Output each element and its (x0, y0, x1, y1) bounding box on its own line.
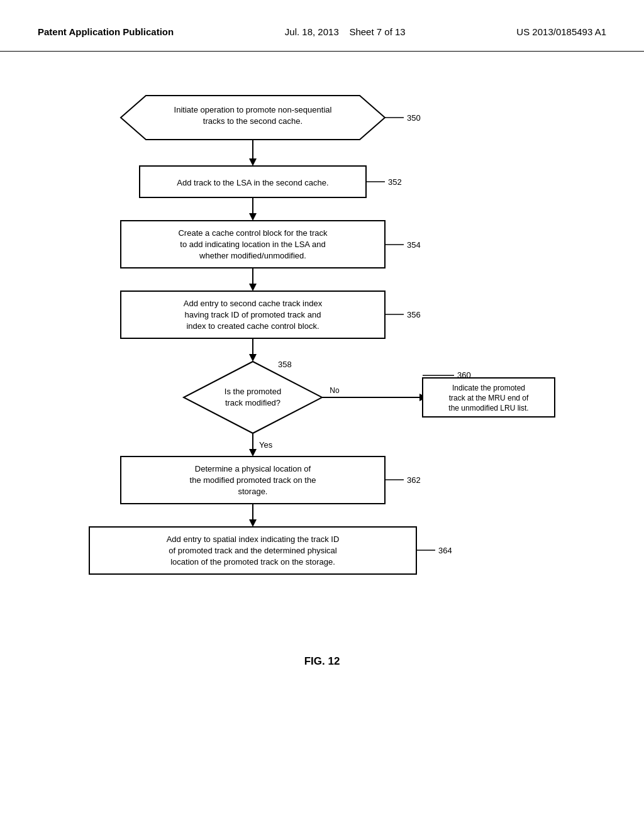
arrow-352-354-head (249, 213, 257, 221)
arrow-356-358-head (249, 354, 257, 362)
sheet-info: Jul. 18, 2013 Sheet 7 of 13 (285, 25, 406, 38)
node-364-line3: location of the promoted track on the st… (170, 557, 335, 567)
node-362-line2: the modified promoted track on the (190, 475, 316, 485)
node-356-line1: Add entry to second cache track index (184, 299, 323, 308)
node-358-shape (184, 362, 322, 433)
flowchart-svg: Initiate operation to promote non-sequen… (52, 77, 592, 643)
patent-number: US 2013/0185493 A1 (516, 25, 606, 38)
node-350-line2: tracks to the second cache. (203, 116, 303, 126)
node-352-ref: 352 (388, 177, 402, 187)
patent-number-text: US 2013/0185493 A1 (516, 26, 606, 37)
node-364-ref: 364 (438, 546, 452, 555)
sheet-text: Sheet 7 of 13 (349, 26, 405, 37)
no-label: No (330, 386, 340, 395)
arrow-354-356-head (249, 284, 257, 291)
node-350-line1: Initiate operation to promote non-sequen… (174, 105, 332, 114)
node-350-ref: 350 (407, 113, 421, 123)
node-356-line2: having track ID of promoted track and (185, 310, 321, 319)
node-354-line2: to add indicating location in the LSA an… (180, 240, 325, 249)
node-360-line1: Indicate the promoted (452, 384, 525, 392)
yes-label: Yes (259, 440, 273, 450)
figure-caption: FIG. 12 (304, 655, 340, 668)
arrow-362-364-head (249, 519, 257, 527)
node-362-line3: storage. (238, 487, 268, 496)
figure-title-text: FIG. 12 (304, 655, 340, 667)
node-354-line3: whether modified/unmodified. (199, 251, 306, 260)
node-358-ref: 358 (278, 360, 292, 369)
node-362-line1: Determine a physical location of (195, 464, 311, 473)
node-356-ref: 356 (407, 310, 421, 319)
arrow-350-352-head (249, 158, 257, 166)
publication-title-text: Patent Application Publication (38, 26, 174, 37)
node-352-text: Add track to the LSA in the second cache… (177, 178, 328, 187)
diagram-area: Initiate operation to promote non-sequen… (0, 52, 644, 693)
date-text: Jul. 18, 2013 (285, 26, 339, 37)
node-354-line1: Create a cache control block for the tra… (178, 228, 328, 238)
node-362-ref: 362 (407, 475, 421, 485)
node-356-line3: index to created cache control block. (186, 321, 319, 331)
node-354-ref: 354 (407, 240, 421, 250)
node-360-line3: the unmodified LRU list. (448, 404, 528, 412)
node-360-line2: track at the MRU end of (449, 394, 529, 402)
publication-label: Patent Application Publication (38, 25, 174, 38)
page-header: Patent Application Publication Jul. 18, … (0, 0, 644, 52)
node-358-line2: track modified? (225, 398, 280, 407)
node-364-line2: of promoted track and the determined phy… (169, 546, 336, 555)
node-358-line1: Is the promoted (225, 387, 281, 396)
node-364-line1: Add entry to spatial index indicating th… (167, 534, 340, 544)
arrow-358-362-head (249, 449, 257, 456)
